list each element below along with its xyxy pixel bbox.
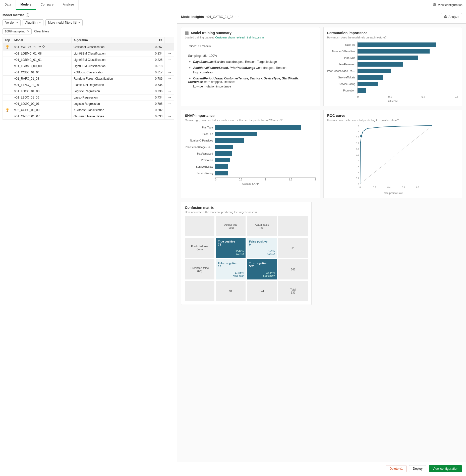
row-menu[interactable]: ··· <box>165 101 174 107</box>
tab-models[interactable]: Models <box>16 0 36 10</box>
bar-row: PlanType <box>327 55 458 61</box>
info-icon[interactable]: i <box>26 13 29 17</box>
trained-pill: Trained: 11 models <box>185 44 213 48</box>
table-row[interactable]: v01_XGBC_01_04 XGBoost Classification0.8… <box>3 69 174 76</box>
cm-cell: False negative1617.58%Miss rate <box>216 259 246 279</box>
perm-title: Permutation importance <box>327 31 458 35</box>
models-table: Top Model Algorithm F1 🏆v01_CATBC_01_02 … <box>3 37 174 120</box>
version-filter[interactable]: Version▾ <box>3 19 21 26</box>
svg-text:0.2: 0.2 <box>373 186 376 188</box>
bar-fill <box>358 56 418 60</box>
cm-cell: True negative53298.34%Specificity <box>247 259 277 279</box>
table-row[interactable]: v01_GNBC_01_07 Gaussian Naive Bayes0.633… <box>3 113 174 120</box>
sliders-icon <box>433 3 436 7</box>
model-cell: v01_LGBMC_00_00 <box>12 63 72 69</box>
external-link-icon: ⧉ <box>262 36 264 39</box>
col-algorithm[interactable]: Algorithm <box>71 37 145 43</box>
view-configuration-button[interactable]: View configuration <box>429 465 462 472</box>
col-model[interactable]: Model <box>12 37 72 43</box>
table-row[interactable]: v01_LGBMC_00_00 LightGBM Classification0… <box>3 63 174 69</box>
left-panel: Model metrics i Version▾ Algorithm▾ More… <box>0 10 177 462</box>
bar-fill <box>358 42 436 47</box>
svg-text:0.5: 0.5 <box>356 154 359 156</box>
col-top[interactable]: Top <box>3 37 12 43</box>
row-menu[interactable]: ··· <box>165 57 174 63</box>
tab-data[interactable]: Data <box>0 0 16 10</box>
insights-title: Model insights <box>181 15 204 19</box>
svg-point-6 <box>42 45 44 47</box>
more-filters[interactable]: More model filters1▾ <box>45 19 83 26</box>
algorithm-cell: LightGBM Classification <box>71 57 145 63</box>
algorithm-filter[interactable]: Algorithm▾ <box>23 19 43 26</box>
f1-cell: 0.817 <box>145 69 165 76</box>
model-cell: v01_RAFC_01_03 <box>12 76 72 82</box>
footer: Delete v1 Deploy View configuration <box>0 462 466 475</box>
view-configuration-link[interactable]: View configuration <box>429 1 466 9</box>
row-menu[interactable]: ··· <box>165 63 174 69</box>
algorithm-cell: Gaussian Naive Bayes <box>71 113 145 120</box>
table-row[interactable]: v01_LOGC_01_00 Logistic Regression0.736·… <box>3 88 174 94</box>
close-icon[interactable]: ✕ <box>27 30 29 33</box>
f1-cell: 0.705 <box>145 101 165 107</box>
sampling-chip[interactable]: 100% sampling✕ <box>3 28 32 34</box>
table-row[interactable]: v01_LOGC_00_01 Logistic Regression0.705·… <box>3 101 174 107</box>
col-menu <box>165 37 174 43</box>
row-menu[interactable]: ··· <box>165 43 174 51</box>
col-f1[interactable]: F1 <box>145 37 165 43</box>
svg-rect-11 <box>444 16 445 18</box>
table-row[interactable]: 🏆v02_XGBC_00_00 XGBoost Classification0.… <box>3 107 174 113</box>
svg-text:0.4: 0.4 <box>387 186 390 188</box>
cm-sub: How accurate is the model at predicting … <box>185 211 308 214</box>
perm-sub: How much does the model rely on each fea… <box>327 36 458 39</box>
table-row[interactable]: v01_LSOC_01_05 Lasso Regression0.734··· <box>3 94 174 101</box>
table-row[interactable]: v01_LGBMC_01_08 LightGBM Classification0… <box>3 51 174 57</box>
f1-cell: 0.825 <box>145 57 165 63</box>
cm-cell <box>185 281 214 301</box>
svg-rect-14 <box>185 32 188 35</box>
trophy-icon: 🏆 <box>6 108 9 112</box>
chevron-down-icon: ▾ <box>39 21 41 24</box>
table-row[interactable]: v01_RAFC_01_03 Random Forest Classificat… <box>3 76 174 82</box>
bar-label: ServiceTickets <box>185 165 215 168</box>
row-menu[interactable]: ··· <box>165 94 174 101</box>
main-tabs: DataModelsCompareAnalyze <box>0 0 79 10</box>
table-row[interactable]: v01_LGBMC_01_01 LightGBM Classification0… <box>3 57 174 63</box>
svg-point-5 <box>434 5 434 6</box>
bar-label: NumberOfPenalties <box>327 50 357 53</box>
bar-label: PlanType <box>185 126 215 129</box>
model-cell: v02_XGBC_00_00 <box>12 107 72 113</box>
cm-cell: 548 <box>278 259 308 279</box>
bar-label: HasRenewed <box>327 63 357 66</box>
shap-title: SHAP importance <box>185 114 316 118</box>
right-panel: Model insights v01_CATBC_01_02 ··· Analy… <box>177 10 466 462</box>
row-menu[interactable]: ··· <box>165 88 174 94</box>
tab-analyze[interactable]: Analyze <box>58 0 79 10</box>
x-axis-label: Average SHAP <box>185 182 316 185</box>
tab-compare[interactable]: Compare <box>36 0 58 10</box>
table-row[interactable]: 🏆v01_CATBC_01_02 CatBoost Classification… <box>3 43 174 51</box>
row-menu[interactable]: ··· <box>165 82 174 88</box>
clear-filters-link[interactable]: Clear filters <box>34 30 49 33</box>
cm-cell: Total632 <box>278 281 308 301</box>
model-cell: v01_LGBMC_01_08 <box>12 51 72 57</box>
insights-menu[interactable]: ··· <box>236 15 239 19</box>
dataset-link[interactable]: Customer churn revised - training.csv <box>215 36 261 39</box>
roc-xlabel: False positive rate <box>327 192 458 195</box>
table-row[interactable]: v01_ELNC_01_06 Elastic Net Regression0.7… <box>3 82 174 88</box>
f1-cell: 0.682 <box>145 107 165 113</box>
bar-row: ServiceTickets <box>185 163 316 170</box>
svg-text:0.9: 0.9 <box>356 130 359 133</box>
svg-text:1: 1 <box>358 124 359 127</box>
row-menu[interactable]: ··· <box>165 69 174 76</box>
row-menu[interactable]: ··· <box>165 107 174 113</box>
deploy-button[interactable]: Deploy <box>409 465 426 472</box>
delete-button[interactable]: Delete v1 <box>386 465 406 472</box>
bar-fill <box>358 82 378 86</box>
roc-title: ROC curve <box>327 114 458 118</box>
row-menu[interactable]: ··· <box>165 76 174 82</box>
bar-fill <box>215 158 230 162</box>
analyze-button[interactable]: Analyze <box>441 13 462 20</box>
row-menu[interactable]: ··· <box>165 51 174 57</box>
row-menu[interactable]: ··· <box>165 113 174 120</box>
crosshair-icon[interactable] <box>42 45 45 48</box>
